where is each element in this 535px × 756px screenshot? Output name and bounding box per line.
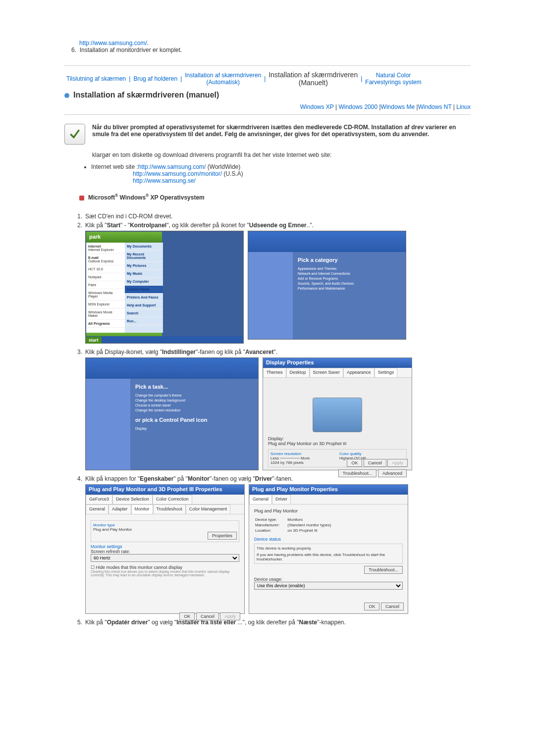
tab-bar: Tilslutning af skærmen | Brug af holdere… [64,71,471,87]
step-text: Klik på "Start" - "Kontrolpanel", og kli… [85,222,471,229]
step-text: Klik på Display-ikonet, vælg "Indstillin… [85,349,471,355]
os-heading: Microsoft® Windows® XP Operativsystem [88,194,205,201]
link-linux[interactable]: Linux [456,103,471,110]
tab-sep: | [263,75,267,82]
samsung-link[interactable]: http://www.samsung.com/ [79,40,147,47]
site-list-item: Internet web site :http://www.samsung.co… [91,163,471,170]
screenshot-control-panel: Pick a category Appearance and Themes Ne… [248,231,406,340]
prepare-text: klargør en tom diskette og download driv… [92,151,471,158]
tab-sep: | [179,75,183,82]
step6-num: 6. [71,47,80,53]
screenshot-display-properties: Display Properties Themes Desktop Screen… [263,357,412,470]
step-text: Sæt CD'en ind i CD-ROM drevet. [85,213,471,220]
screenshot-monitor-props-a: Plug and Play Monitor and 3D Prophet III… [85,484,245,614]
link-me[interactable]: Windows Me [381,103,415,110]
tab-install-auto[interactable]: Installation af skærmdriveren(Automatisk… [183,72,263,86]
tab-connect[interactable]: Tilslutning af skærmen [64,75,128,82]
note-text: Når du bliver prompted af operativsystem… [92,124,471,138]
step-num: 5. [71,619,82,626]
tab-holder[interactable]: Brug af holderen [131,75,179,82]
tab-install-manual[interactable]: Installation af skærmdriveren(Manuelt) [267,71,360,87]
screenshot-appearance: Pick a task... Change the computer's the… [85,357,259,470]
screenshot-start-menu: park InternetInternet Explorer E-mailOut… [85,231,244,344]
step-num: 2. [71,222,82,229]
tab-sep: | [128,75,131,82]
link-xp[interactable]: Windows XP [300,103,334,110]
bullet-icon [64,93,69,98]
os-links: Windows XP | Windows 2000 |Windows Me |W… [64,103,471,110]
step-num: 1. [71,213,82,220]
link-2000[interactable]: Windows 2000 [338,103,377,110]
step-num: 4. [71,475,82,482]
link-us[interactable]: http://www.samsung.com/monitor/ [133,170,222,177]
check-icon [64,124,85,145]
link-nt[interactable]: Windows NT [418,103,452,110]
step-num: 3. [71,349,82,355]
tab-sep: | [360,75,363,82]
link-ww[interactable]: http://www.samsung.com/ [138,163,206,170]
screenshot-monitor-props-b: Plug and Play Monitor Properties General… [249,484,408,614]
link-se[interactable]: http://www.samsung.se/ [133,177,196,184]
page-title: Installation af skærmdriveren (manuel) [73,91,219,99]
red-bullet-icon [79,196,84,201]
period: . [147,40,149,47]
step6-text: Installation af monitordriver er komplet… [80,47,182,53]
tab-natural-color[interactable]: Natural ColorFarvestyrings system [363,72,423,86]
